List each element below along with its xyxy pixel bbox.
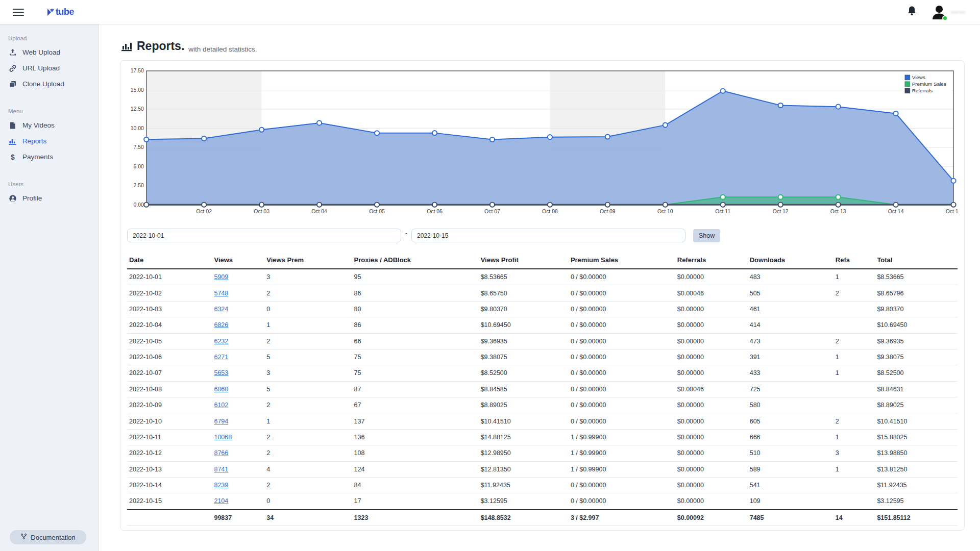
table-cell: 75 (352, 349, 479, 365)
svg-text:12.50: 12.50 (131, 106, 144, 112)
sidebar-item-label: Clone Upload (22, 80, 64, 88)
table-cell: 80 (352, 301, 479, 317)
table-cell: 5 (264, 381, 352, 397)
column-header-premium-sales: Premium Sales (569, 252, 675, 269)
statistics-table: DateViewsViews PremProxies / ADBlockView… (127, 252, 958, 526)
table-cell: 2022-10-13 (127, 461, 212, 477)
table-cell: 605 (748, 413, 834, 429)
totals-cell: 99837 (212, 510, 264, 526)
table-cell: 5748 (212, 285, 264, 301)
views-link[interactable]: 6324 (214, 306, 228, 313)
svg-text:Oct 03: Oct 03 (254, 209, 270, 214)
totals-cell: 34 (264, 510, 352, 526)
user-avatar[interactable] (931, 4, 947, 20)
legend-swatch (905, 75, 910, 80)
menu-toggle-icon[interactable] (13, 7, 24, 18)
notifications-bell-icon[interactable] (907, 6, 917, 18)
table-cell (834, 493, 875, 510)
svg-text:Oct 15: Oct 15 (946, 209, 958, 214)
views-link[interactable]: 2104 (214, 497, 228, 505)
views-link[interactable]: 6102 (214, 402, 228, 409)
sidebar-section-label: Upload (8, 35, 90, 41)
sidebar-item-payments[interactable]: $ Payments (0, 149, 99, 165)
table-cell: 0 / $0.00000 (569, 477, 675, 493)
views-link[interactable]: 6794 (214, 418, 228, 425)
table-cell: 2022-10-15 (127, 493, 212, 510)
data-point (605, 134, 610, 139)
table-cell: $0.00000 (675, 413, 748, 429)
views-link[interactable]: 8766 (214, 449, 228, 457)
table-cell: 1 / $0.99900 (569, 445, 675, 461)
views-link[interactable]: 6232 (214, 338, 228, 345)
sidebar-item-label: Reports (22, 137, 46, 145)
views-link[interactable]: 6060 (214, 386, 228, 393)
sidebar-item-reports[interactable]: Reports (0, 133, 99, 149)
views-link[interactable]: 6271 (214, 354, 228, 361)
table-row: 2022-10-036324080$9.803700 / $0.00000$0.… (127, 301, 958, 317)
table-cell: $0.00000 (675, 493, 748, 510)
table-cell: 1 (834, 349, 875, 365)
views-link[interactable]: 5748 (214, 290, 228, 297)
totals-cell (127, 510, 212, 526)
sidebar-section-label: Users (8, 181, 90, 187)
date-from-input[interactable] (127, 229, 401, 242)
data-point (375, 203, 379, 207)
views-link[interactable]: 8741 (214, 466, 228, 473)
dollar-icon: $ (8, 153, 17, 161)
table-cell: $0.00000 (675, 301, 748, 317)
sidebar-item-label: Profile (22, 194, 42, 202)
reports-chart[interactable]: 0.002.505.007.5010.0012.5015.0017.50Oct … (127, 67, 958, 220)
vtube-logo[interactable]: tube (46, 7, 74, 17)
data-point (317, 120, 322, 125)
documentation-button[interactable]: Documentation (10, 530, 86, 544)
sidebar-item-url-upload[interactable]: URL Upload (0, 60, 99, 76)
table-row: 2022-10-086060587$8.845850 / $0.00000$0.… (127, 381, 958, 397)
table-row: 2022-10-066271575$9.380750 / $0.00000$0.… (127, 349, 958, 365)
table-cell: 84 (352, 477, 479, 493)
table-cell: 0 / $0.00000 (569, 397, 675, 413)
table-cell (834, 317, 875, 333)
sidebar-item-profile[interactable]: Profile (0, 190, 99, 206)
table-cell: 2022-10-02 (127, 285, 212, 301)
table-cell: 510 (748, 445, 834, 461)
chart-legend[interactable]: ViewsPremium SalesReferrals (903, 72, 952, 94)
totals-cell: 3 / $2.997 (569, 510, 675, 526)
table-cell: 589 (748, 461, 834, 477)
table-cell: 3 (834, 445, 875, 461)
views-link[interactable]: 10068 (214, 434, 232, 441)
table-cell: 1 (834, 429, 875, 445)
data-point (202, 136, 206, 141)
table-cell: $0.00000 (675, 477, 748, 493)
views-link[interactable]: 5653 (214, 369, 228, 377)
page-title: Reports. (121, 39, 184, 53)
data-point (951, 203, 955, 207)
views-link[interactable]: 8239 (214, 482, 228, 489)
clone-icon (8, 80, 17, 88)
table-row: 2022-10-148239284$11.924350 / $0.00000$0… (127, 477, 958, 493)
table-row: 2022-10-056232266$9.369350 / $0.00000$0.… (127, 333, 958, 349)
data-point (144, 203, 149, 207)
sidebar-item-my-videos[interactable]: My Videos (0, 117, 99, 133)
column-header-views-prem: Views Prem (264, 252, 352, 269)
table-cell: 0 / $0.00000 (569, 365, 675, 381)
column-header-total: Total (875, 252, 958, 269)
data-point (317, 203, 322, 207)
sidebar-item-clone-upload[interactable]: Clone Upload (0, 76, 99, 92)
table-cell: 483 (748, 269, 834, 285)
show-button[interactable]: Show (693, 229, 720, 242)
table-cell (834, 301, 875, 317)
data-point (721, 203, 725, 207)
table-cell: 6324 (212, 301, 264, 317)
table-row: 2022-10-025748286$8.657500 / $0.00000$0.… (127, 285, 958, 301)
data-point (490, 137, 495, 142)
sidebar-item-label: Payments (22, 153, 53, 161)
views-link[interactable]: 6826 (214, 321, 228, 329)
totals-cell: 7485 (748, 510, 834, 526)
sidebar-section-label: Menu (8, 108, 90, 114)
table-cell: 1 (834, 461, 875, 477)
sidebar-item-web-upload[interactable]: Web Upload (0, 44, 99, 60)
date-to-input[interactable] (411, 229, 685, 242)
views-link[interactable]: 5909 (214, 273, 228, 281)
page-subtitle: with detailed statistics. (188, 45, 257, 53)
table-cell: 2 (834, 285, 875, 301)
